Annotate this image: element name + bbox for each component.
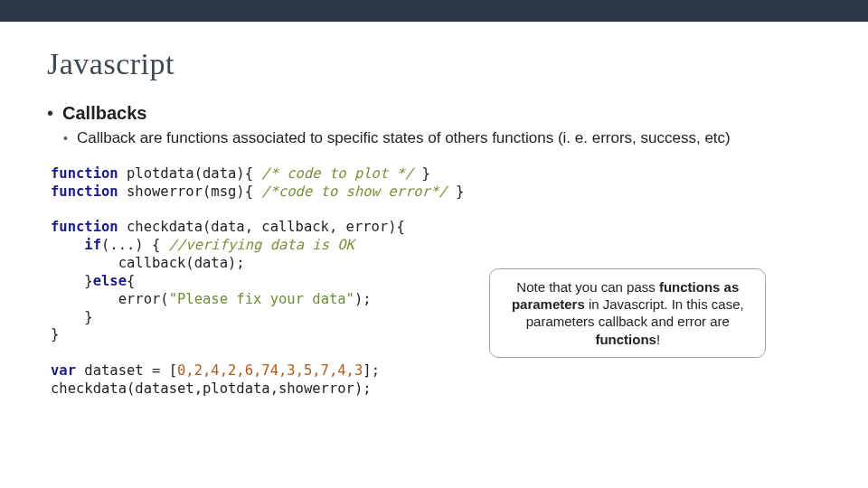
bullet-level1: • Callbacks [47,103,821,124]
bullet-dot-icon: • [63,129,68,147]
code-text: dataset = [ [76,362,177,379]
bullet-dot-icon: • [47,103,53,123]
slide-title: Javascript [47,47,821,81]
code-comment: /* code to plot */ [261,165,413,182]
callout-note: Note that you can pass functions as para… [489,268,766,358]
code-comment: //verifying data is OK [169,237,354,253]
code-block: function plotdata(data){ /* code to plot… [47,160,467,406]
code-text: checkdata(dataset,plotdata,showerror); [51,380,372,397]
note-bold: functions [595,332,656,347]
code-text: plotdata(data){ [118,165,262,182]
slide-accent-bar [0,0,868,22]
code-text: ]; [363,362,380,379]
bullet-level2-text: Callback are functions associated to spe… [77,129,731,147]
code-keyword: function [51,165,118,182]
bullet-level2: • Callback are functions associated to s… [63,129,821,147]
code-keyword: var [51,362,76,379]
note-text: ! [656,332,660,347]
code-text: } [51,326,59,343]
slide-body: Javascript • Callbacks • Callback are fu… [0,22,868,406]
code-text: error( [51,291,169,307]
code-numbers: 0,2,4,2,6,74,3,5,7,4,3 [177,362,363,379]
code-text: } [413,165,430,182]
code-comment: /*code to show error*/ [261,183,447,200]
code-keyword: function [51,219,118,235]
code-text [51,237,84,253]
code-text: callback(data); [51,255,245,271]
code-text: showerror(msg){ [118,183,262,200]
content-row: function plotdata(data){ /* code to plot… [47,160,821,406]
code-text: (...) { [101,237,169,253]
code-text: checkdata(data, callback, error){ [118,219,405,235]
code-text: ); [354,291,372,307]
code-string: "Please fix your data" [169,291,354,307]
code-text: { [127,273,135,289]
code-text: } [448,183,465,200]
code-keyword: else [93,273,127,289]
bullet-level1-text: Callbacks [62,103,146,124]
code-keyword: if [84,237,101,253]
code-text: } [51,273,93,289]
code-text: } [51,309,93,325]
code-keyword: function [51,183,118,200]
note-text: Note that you can pass [516,279,659,295]
